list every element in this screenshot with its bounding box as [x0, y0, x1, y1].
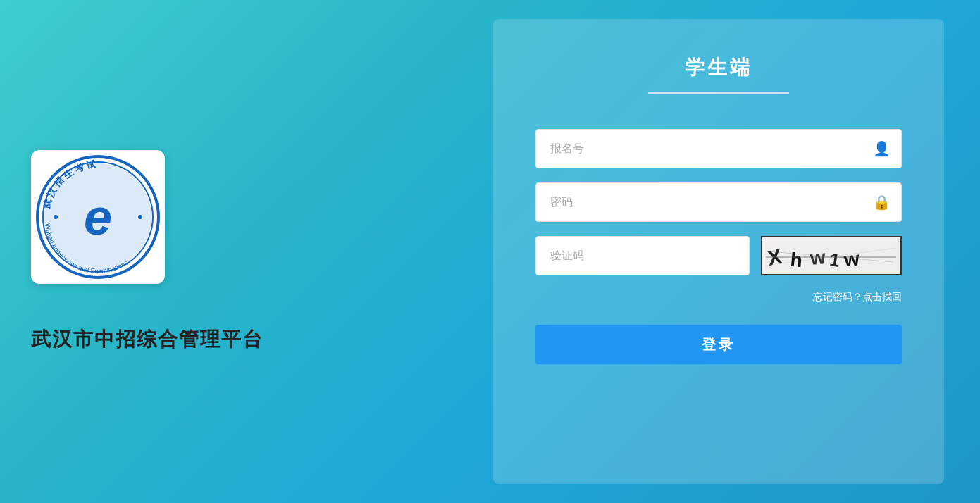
captcha-row: X h w 1 w — [535, 236, 902, 275]
forgot-row: 忘记密码？点击找回 — [535, 291, 902, 304]
svg-text:h: h — [789, 249, 803, 271]
site-title: 武汉市中招综合管理平台 — [31, 326, 263, 353]
user-icon: 👤 — [873, 140, 891, 157]
password-group: 🔒 — [535, 182, 902, 222]
username-input[interactable] — [535, 129, 902, 168]
captcha-input[interactable] — [535, 236, 750, 275]
logo-wrapper: 武 汉 招 生 考 试 Wuhan Admissions and Examina… — [31, 150, 165, 284]
svg-text:w: w — [843, 247, 861, 271]
lock-icon: 🔒 — [873, 194, 891, 211]
username-group: 👤 — [535, 129, 902, 168]
captcha-image[interactable]: X h w 1 w — [761, 236, 902, 275]
card-title: 学生端 — [685, 54, 752, 81]
password-input[interactable] — [535, 182, 902, 222]
captcha-svg: X h w 1 w — [762, 237, 900, 274]
forgot-password-link[interactable]: 忘记密码？点击找回 — [813, 291, 902, 304]
login-card: 学生端 👤 🔒 X h w 1 w — [493, 19, 944, 484]
logo-image: 武 汉 招 生 考 试 Wuhan Admissions and Examina… — [35, 154, 161, 280]
svg-point-7 — [138, 215, 142, 219]
title-divider — [648, 92, 789, 94]
left-section: 武 汉 招 生 考 试 Wuhan Admissions and Examina… — [0, 150, 493, 353]
svg-point-6 — [54, 215, 58, 219]
svg-text:e: e — [84, 189, 112, 245]
login-button[interactable]: 登录 — [535, 325, 902, 364]
